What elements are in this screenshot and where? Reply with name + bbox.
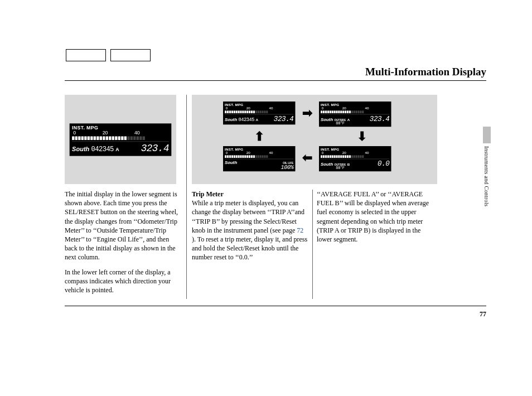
col2-p1: Trip Meter While a trip meter is display… xyxy=(192,190,309,262)
trip-value: 323.4 xyxy=(141,143,169,154)
arrow-left-icon: ⬅ xyxy=(302,151,312,165)
display-cycle-diagram-container: INST. MPG 02040 South 042345 A 323.4 INS… xyxy=(192,95,470,192)
column-2-text: Trip Meter While a trip meter is display… xyxy=(192,190,309,268)
arrow-right-icon: ➡ xyxy=(302,106,312,120)
lcd-temp-trip-a: INST. MPG 02040 South OUTSIDE 80°F A 323… xyxy=(319,102,391,127)
odometer-value: 042345 xyxy=(91,145,114,152)
col1-p1: The initial display in the lower segment… xyxy=(65,190,182,262)
trip-a-indicator: A xyxy=(115,147,119,152)
top-empty-boxes xyxy=(66,49,151,61)
page-title-bar: Multi-Information Display xyxy=(65,66,486,81)
empty-box xyxy=(110,49,151,61)
lcd-odometer-trip: INST. MPG 02040 South 042345 A 323.4 xyxy=(223,102,295,124)
mpg-bar xyxy=(72,136,169,140)
lcd-bottom-row: South 042345 A 323.4 xyxy=(72,141,169,154)
page-link-72[interactable]: 72 xyxy=(297,226,303,234)
column-divider xyxy=(312,190,313,299)
display-cycle-diagram: INST. MPG 02040 South 042345 A 323.4 INS… xyxy=(192,95,437,184)
column-3-text: ‘‘AVERAGE FUEL A’’ or ‘‘AVERAGE FUEL B’’… xyxy=(317,190,434,249)
section-tab-marker xyxy=(483,127,491,143)
compass-indicator: South xyxy=(72,145,89,152)
display-illustration-main: INST. MPG 0 20 40 South 042345 A 323.4 xyxy=(65,95,176,184)
trip-meter-heading: Trip Meter xyxy=(192,190,224,198)
arrow-up-icon: ⬆ xyxy=(254,129,264,144)
lcd-temp-trip-b: INST. MPG 02040 South OUTSIDE 80°F B 0.0 xyxy=(319,146,391,171)
page-title: Multi-Information Display xyxy=(65,66,486,78)
column-divider xyxy=(186,95,187,299)
column-1-text: The initial display in the lower segment… xyxy=(65,190,182,300)
footer-rule xyxy=(65,306,486,306)
lcd-main: INST. MPG 0 20 40 South 042345 A 323.4 xyxy=(70,123,172,156)
page-number: 77 xyxy=(480,310,486,318)
empty-box xyxy=(66,49,106,61)
section-label: Instruments and Controls xyxy=(483,146,490,206)
lcd-oil-life: INST. MPG 02040 South OIL LIFE 100% xyxy=(223,146,295,171)
col1-p2: In the lower left corner of the display,… xyxy=(65,268,182,295)
col3-p1: ‘‘AVERAGE FUEL A’’ or ‘‘AVERAGE FUEL B’’… xyxy=(317,190,434,244)
arrow-down-icon: ⬇ xyxy=(357,129,367,144)
